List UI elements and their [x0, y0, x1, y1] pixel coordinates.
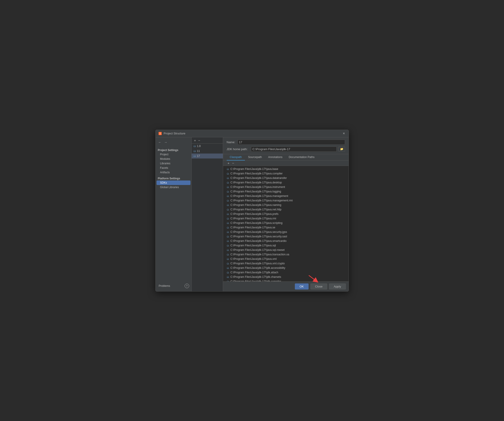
- classpath-item[interactable]: 🗂C:\Program Files\Java\jdk-17!\java.scri…: [223, 221, 348, 225]
- file-icon: 🗂: [227, 190, 229, 193]
- name-input[interactable]: [238, 140, 345, 145]
- content-area: ← → Project Settings Project Modules Lib…: [156, 137, 348, 291]
- file-icon: 🗂: [227, 271, 229, 274]
- apply-button[interactable]: Apply: [329, 284, 346, 290]
- sdk-item-18[interactable]: 🗂 1.8: [192, 144, 223, 148]
- file-icon: 🗂: [227, 177, 229, 179]
- classpath-item[interactable]: 🗂C:\Program Files\Java\jdk-17!\jdk.acces…: [223, 266, 348, 270]
- classpath-item[interactable]: 🗂C:\Program Files\Java\jdk-17!\java.secu…: [223, 230, 348, 234]
- sdk-remove-button[interactable]: −: [198, 139, 201, 142]
- jdk-row: JDK home path: 📁: [227, 147, 345, 152]
- window-title: Project Structure: [164, 132, 342, 135]
- main-header: Name: JDK home path: 📁: [223, 137, 348, 154]
- classpath-item[interactable]: 🗂C:\Program Files\Java\jdk-17!\jdk.chars…: [223, 275, 348, 279]
- file-icon: 🗂: [227, 213, 229, 215]
- classpath-item[interactable]: 🗂C:\Program Files\Java\jdk-17!\java.desk…: [223, 180, 348, 185]
- sdk-add-button[interactable]: +: [193, 139, 197, 142]
- classpath-item[interactable]: 🗂C:\Program Files\Java\jdk-17!\java.data…: [223, 176, 348, 180]
- file-icon: 🗂: [227, 253, 229, 256]
- close-button[interactable]: Close: [310, 284, 327, 290]
- sidebar-item-modules[interactable]: Modules: [156, 157, 191, 161]
- sdk-item-11[interactable]: 🗂 11: [192, 148, 223, 154]
- file-icon: 🗂: [227, 240, 229, 242]
- jdk-browse-button[interactable]: 📁: [338, 147, 345, 152]
- name-label: Name:: [227, 141, 236, 144]
- close-button[interactable]: ×: [342, 131, 346, 136]
- sdk-icon-18: 🗂: [193, 144, 196, 148]
- classpath-item[interactable]: 🗂C:\Program Files\Java\jdk-17!\java.base: [223, 167, 348, 171]
- classpath-remove-button[interactable]: −: [231, 161, 235, 165]
- sidebar-item-facets[interactable]: Facets: [156, 166, 191, 170]
- classpath-item[interactable]: 🗂C:\Program Files\Java\jdk-17!\java.secu…: [223, 234, 348, 239]
- tab-annotations[interactable]: Annotations: [265, 154, 285, 160]
- file-icon: 🗂: [227, 262, 229, 265]
- jdk-label: JDK home path:: [227, 148, 249, 151]
- classpath-item[interactable]: 🗂C:\Program Files\Java\jdk-17!\java.xml: [223, 257, 348, 261]
- classpath-item[interactable]: 🗂C:\Program Files\Java\jdk-17!\java.smar…: [223, 239, 348, 243]
- classpath-item[interactable]: 🗂C:\Program Files\Java\jdk-17!\java.mana…: [223, 194, 348, 198]
- file-icon: 🗂: [227, 195, 229, 197]
- file-icon: 🗂: [227, 267, 229, 269]
- tab-classpath[interactable]: Classpath: [227, 154, 245, 160]
- classpath-item[interactable]: 🗂C:\Program Files\Java\jdk-17!\jdk.compi…: [223, 279, 348, 281]
- tab-sourcepath[interactable]: Sourcepath: [245, 154, 265, 160]
- file-icon: 🗂: [227, 186, 229, 188]
- sdk-icon-17: 🗂: [193, 154, 196, 158]
- classpath-item[interactable]: 🗂C:\Program Files\Java\jdk-17!\java.sql: [223, 243, 348, 248]
- file-icon: 🗂: [227, 276, 229, 278]
- classpath-item[interactable]: 🗂C:\Program Files\Java\jdk-17!\java.nami…: [223, 203, 348, 207]
- file-icon: 🗂: [227, 199, 229, 202]
- ok-button[interactable]: OK: [295, 284, 309, 290]
- classpath-item[interactable]: 🗂C:\Program Files\Java\jdk-17!\java.rmi: [223, 216, 348, 221]
- classpath-item[interactable]: 🗂C:\Program Files\Java\jdk-17!\java.mana…: [223, 198, 348, 203]
- classpath-item[interactable]: 🗂C:\Program Files\Java\jdk-17!\jdk.attac…: [223, 270, 348, 275]
- classpath-item[interactable]: 🗂C:\Program Files\Java\jdk-17!\java.se: [223, 225, 348, 230]
- classpath-item[interactable]: 🗂C:\Program Files\Java\jdk-17!\java.xml.…: [223, 261, 348, 266]
- platform-settings-label: Platform Settings: [156, 175, 191, 180]
- sidebar-nav: ← →: [156, 139, 191, 145]
- sidebar-item-project[interactable]: Project: [156, 152, 191, 157]
- project-settings-label: Project Settings: [156, 148, 191, 152]
- sidebar-item-artifacts[interactable]: Artifacts: [156, 170, 191, 175]
- help-button[interactable]: ?: [185, 284, 189, 288]
- file-icon: 🗂: [227, 235, 229, 238]
- classpath-item[interactable]: 🗂C:\Program Files\Java\jdk-17!\java.comp…: [223, 171, 348, 176]
- classpath-item[interactable]: 🗂C:\Program Files\Java\jdk-17!\java.sql.…: [223, 248, 348, 252]
- file-icon: 🗂: [227, 258, 229, 260]
- sdk-list-panel: + − 🗂 1.8 🗂 11 🗂 17: [192, 137, 223, 291]
- classpath-item[interactable]: 🗂C:\Program Files\Java\jdk-17!\java.logg…: [223, 189, 348, 194]
- sdk-icon-11: 🗂: [193, 149, 196, 153]
- arrow-indicator: [308, 274, 319, 283]
- file-icon: 🗂: [227, 168, 229, 170]
- footer: OK Close Apply: [223, 281, 348, 291]
- classpath-list[interactable]: 🗂C:\Program Files\Java\jdk-17!\java.base…: [223, 166, 348, 281]
- classpath-item[interactable]: 🗂C:\Program Files\Java\jdk-17!\java.net.…: [223, 207, 348, 212]
- sidebar-item-sdks[interactable]: SDKs: [156, 180, 191, 185]
- file-icon: 🗂: [227, 204, 229, 206]
- sidebar-item-global-libraries[interactable]: Global Libraries: [156, 185, 191, 190]
- sidebar-item-libraries[interactable]: Libraries: [156, 161, 191, 166]
- sidebar-bottom: Problems ?: [156, 264, 191, 290]
- main-panel: Name: JDK home path: 📁 Classpath Sourcep…: [223, 137, 348, 291]
- classpath-toolbar: + −: [223, 160, 348, 166]
- tab-documentation-paths[interactable]: Documentation Paths: [286, 154, 318, 160]
- classpath-item[interactable]: 🗂C:\Program Files\Java\jdk-17!\java.pref…: [223, 212, 348, 216]
- nav-forward-button[interactable]: →: [163, 140, 168, 144]
- classpath-item[interactable]: 🗂C:\Program Files\Java\jdk-17!\java.inst…: [223, 185, 348, 189]
- file-icon: 🗂: [227, 181, 229, 184]
- title-bar: I Project Structure ×: [156, 130, 348, 137]
- tabs-row: Classpath Sourcepath Annotations Documen…: [223, 154, 348, 160]
- file-icon: 🗂: [227, 217, 229, 220]
- sdk-item-17[interactable]: 🗂 17: [192, 154, 223, 159]
- problems-button[interactable]: Problems: [158, 284, 171, 288]
- nav-back-button[interactable]: ←: [157, 140, 162, 144]
- classpath-item[interactable]: 🗂C:\Program Files\Java\jdk-17!\java.tran…: [223, 252, 348, 257]
- file-icon: 🗂: [227, 172, 229, 175]
- project-structure-dialog: I Project Structure × ← → Project Settin…: [156, 130, 349, 291]
- classpath-add-button[interactable]: +: [227, 161, 231, 165]
- svg-line-2: [309, 275, 316, 281]
- jdk-path-input[interactable]: [251, 147, 337, 152]
- sdk-list: 🗂 1.8 🗂 11 🗂 17: [192, 144, 223, 291]
- file-icon: 🗂: [227, 208, 229, 211]
- file-icon: 🗂: [227, 222, 229, 224]
